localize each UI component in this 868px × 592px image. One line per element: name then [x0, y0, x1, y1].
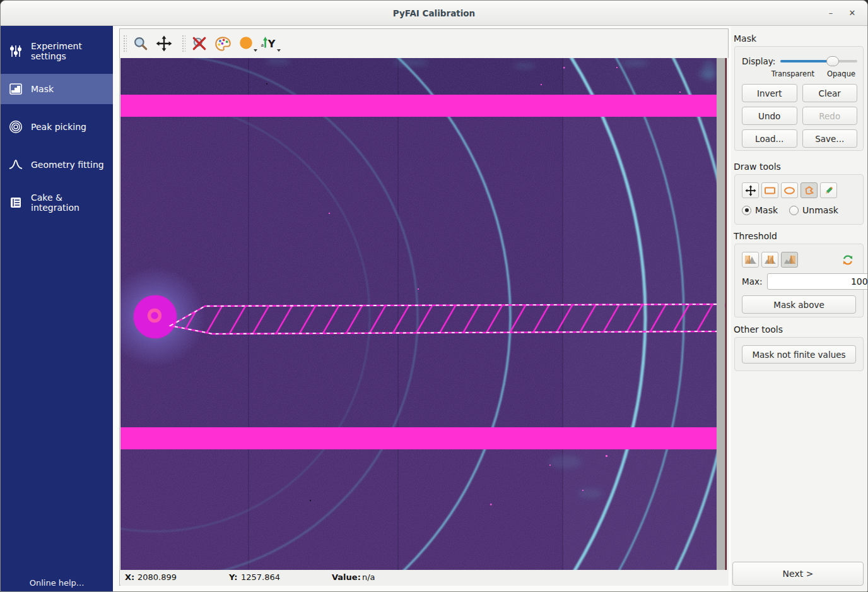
sidebar-item-peak-picking[interactable]: Peak picking	[1, 112, 113, 142]
zoom-clear-icon[interactable]	[190, 33, 209, 54]
sidebar: Experiment settings Mask Peak picking Ge…	[1, 26, 113, 592]
unmask-radio[interactable]	[789, 206, 799, 215]
sidebar-item-label: Peak picking	[31, 122, 86, 132]
sidebar-item-cake-integration[interactable]: Cake & integration	[1, 187, 113, 218]
display-label: Display:	[742, 56, 775, 66]
cake-integration-icon	[9, 196, 23, 210]
status-y-value: 1257.864	[241, 572, 280, 582]
plot-widget: a Y	[119, 28, 729, 586]
slider-fill	[780, 60, 830, 62]
mask-group: Display: Transparent Opaque Invert Clear…	[734, 46, 864, 151]
window-title: PyFAI Calibration	[1, 1, 867, 26]
threshold-max-input[interactable]	[767, 273, 868, 290]
sidebar-item-label: Geometry fitting	[31, 160, 104, 170]
unmask-radio-label: Unmask	[802, 205, 838, 215]
refresh-icon[interactable]	[839, 252, 856, 268]
other-tools-title: Other tools	[734, 324, 783, 334]
y-axis-orientation-icon[interactable]: a Y	[260, 33, 279, 54]
dropdown-chevron-icon	[254, 49, 257, 52]
polygon-mask-selection[interactable]	[170, 302, 725, 334]
pan-tool-icon[interactable]	[742, 182, 759, 198]
status-y-label: Y:	[229, 572, 237, 582]
undo-button[interactable]: Undo	[742, 107, 797, 125]
title-bar: PyFAI Calibration – ✕	[1, 1, 867, 26]
transparent-label: Transparent	[771, 69, 814, 78]
threshold-title: Threshold	[734, 231, 777, 241]
mask-color-circle-icon[interactable]	[237, 33, 255, 54]
app-window: PyFAI Calibration – ✕ Experiment setting…	[0, 0, 868, 592]
slider-handle[interactable]	[826, 56, 839, 66]
peak-curve-icon	[9, 158, 23, 172]
other-tools-group: Mask not finite values	[734, 337, 864, 371]
mask-between-histogram-icon[interactable]	[761, 252, 778, 268]
plot-toolbar: a Y	[120, 29, 728, 58]
status-bar: X: 2080.899 Y: 1257.864 Value: n/a	[120, 570, 729, 586]
plot-margin	[717, 58, 729, 570]
toolbar-drag-handle[interactable]	[123, 35, 127, 52]
dropdown-chevron-icon	[277, 49, 281, 52]
close-button[interactable]: ✕	[843, 1, 861, 26]
sidebar-item-label: Cake & integration	[31, 192, 113, 213]
load-button[interactable]: Load...	[742, 129, 797, 148]
sliders-icon	[9, 44, 23, 58]
status-x-label: X:	[125, 572, 134, 582]
mask-section-title: Mask	[734, 33, 756, 44]
toolbar-drag-handle[interactable]	[182, 35, 185, 52]
max-label: Max:	[742, 276, 762, 287]
sidebar-item-label: Mask	[31, 84, 54, 94]
threshold-group: Max: Mask above	[734, 244, 864, 317]
draw-tools-group: Mask Unmask	[734, 174, 864, 225]
next-button[interactable]: Next >	[732, 562, 864, 586]
online-help-link[interactable]: Online help...	[1, 578, 113, 588]
redo-button[interactable]: Redo	[802, 107, 858, 125]
draw-tools-title: Draw tools	[734, 162, 781, 172]
mask-not-finite-button[interactable]: Mask not finite values	[742, 345, 856, 364]
peak-rings-icon	[9, 120, 23, 134]
pan-icon[interactable]	[155, 33, 173, 54]
polygon-tool-icon[interactable]	[801, 182, 818, 198]
sidebar-item-geometry-fitting[interactable]: Geometry fitting	[1, 150, 113, 180]
sidebar-item-mask[interactable]: Mask	[1, 74, 113, 104]
colormap-palette-icon[interactable]	[213, 33, 232, 54]
mask-display-slider[interactable]	[780, 56, 857, 66]
rectangle-tool-icon[interactable]	[761, 182, 778, 198]
minimize-button[interactable]: –	[822, 1, 840, 26]
mask-above-histogram-icon[interactable]	[781, 252, 798, 268]
opaque-label: Opaque	[827, 69, 855, 78]
beamstop-mask	[134, 295, 177, 338]
pencil-tool-icon[interactable]	[820, 182, 837, 198]
clear-button[interactable]: Clear	[802, 84, 858, 102]
status-x-value: 2080.899	[138, 572, 177, 582]
sidebar-item-label: Experiment settings	[31, 41, 113, 61]
mask-radio[interactable]	[742, 206, 751, 215]
sidebar-item-experiment-settings[interactable]: Experiment settings	[1, 36, 113, 66]
mask-below-histogram-icon[interactable]	[742, 252, 759, 268]
svg-text:a: a	[261, 42, 264, 48]
diffraction-image-canvas[interactable]	[120, 58, 729, 570]
mask-radio-label: Mask	[755, 205, 778, 215]
save-button[interactable]: Save...	[802, 129, 858, 148]
mask-above-button[interactable]: Mask above	[742, 295, 856, 314]
status-value-value: n/a	[362, 572, 375, 582]
mask-icon	[9, 82, 23, 96]
mask-side-panel: Mask Display: Transparent Opaque Invert …	[731, 26, 868, 592]
svg-text:Y: Y	[267, 38, 276, 50]
zoom-icon[interactable]	[131, 33, 150, 54]
invert-button[interactable]: Invert	[742, 84, 797, 102]
status-value-label: Value:	[332, 572, 361, 582]
ellipse-tool-icon[interactable]	[781, 182, 798, 198]
